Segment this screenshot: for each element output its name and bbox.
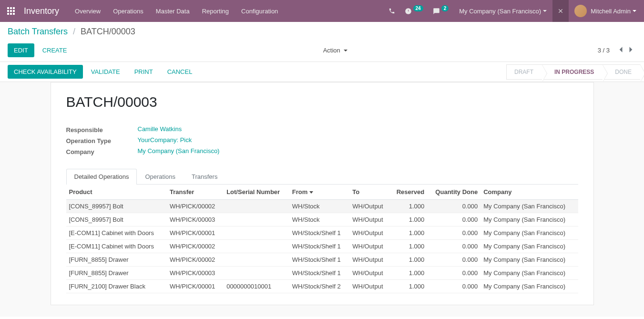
app-brand[interactable]: Inventory <box>22 6 69 16</box>
cell-qty-done: 0.000 <box>427 200 480 213</box>
table-row[interactable]: [E-COM11] Cabinet with Doors WH/PICK/000… <box>66 240 578 253</box>
nav-master-data[interactable]: Master Data <box>150 1 196 21</box>
svg-rect-2 <box>13 7 15 9</box>
status-done[interactable]: DONE <box>603 64 640 80</box>
action-label: Action <box>323 47 340 54</box>
control-panel: Batch Transfers / BATCH/00003 EDIT CREAT… <box>0 22 644 62</box>
cell-reserved: 1.000 <box>390 213 427 226</box>
cell-from: WH/Stock/Shelf 2 <box>289 280 349 293</box>
breadcrumb-current: BATCH/00003 <box>81 27 135 36</box>
tab-transfers[interactable]: Transfers <box>184 169 225 184</box>
pager-text[interactable]: 3 / 3 <box>598 47 610 54</box>
svg-rect-5 <box>13 10 15 12</box>
cell-from: WH/Stock <box>289 200 349 213</box>
cell-reserved: 1.000 <box>390 226 427 240</box>
cell-transfer: WH/PICK/00003 <box>167 267 224 280</box>
tab-operations[interactable]: Operations <box>137 169 184 184</box>
form-container: BATCH/00003 Responsible Camille Watkins … <box>0 82 644 317</box>
th-company[interactable]: Company <box>480 185 578 200</box>
cell-to: WH/Output <box>349 280 390 293</box>
debug-icon[interactable] <box>552 0 569 22</box>
cell-lot: 0000000010001 <box>224 280 289 293</box>
tab-detailed-operations[interactable]: Detailed Operations <box>66 169 137 184</box>
nav-overview[interactable]: Overview <box>69 1 107 21</box>
cell-reserved: 1.000 <box>390 267 427 280</box>
create-button[interactable]: CREATE <box>36 43 73 57</box>
avatar <box>574 5 587 17</box>
th-from[interactable]: From <box>289 185 349 200</box>
responsible-label: Responsible <box>66 125 138 134</box>
breadcrumb-parent[interactable]: Batch Transfers <box>8 27 68 36</box>
cell-product: [E-COM11] Cabinet with Doors <box>66 226 167 240</box>
svg-rect-8 <box>13 13 15 15</box>
print-button[interactable]: PRINT <box>128 65 159 79</box>
svg-rect-4 <box>10 10 12 12</box>
table-row[interactable]: [FURN_8855] Drawer WH/PICK/00002 WH/Stoc… <box>66 253 578 267</box>
activities-icon[interactable]: 24 <box>400 0 428 22</box>
table-row[interactable]: [E-COM11] Cabinet with Doors WH/PICK/000… <box>66 226 578 240</box>
user-name: Mitchell Admin <box>591 8 631 15</box>
cell-company: My Company (San Francisco) <box>480 226 578 240</box>
status-draft[interactable]: DRAFT <box>506 64 542 80</box>
company-switcher[interactable]: My Company (San Francisco) <box>453 0 552 22</box>
cell-from: WH/Stock/Shelf 1 <box>289 226 349 240</box>
cell-to: WH/Output <box>349 213 390 226</box>
responsible-value[interactable]: Camille Watkins <box>138 125 182 133</box>
pager-prev-icon[interactable] <box>615 44 626 56</box>
validate-button[interactable]: VALIDATE <box>85 65 126 79</box>
th-transfer[interactable]: Transfer <box>167 185 224 200</box>
main-navbar: Inventory Overview Operations Master Dat… <box>0 0 644 22</box>
table-row[interactable]: [CONS_89957] Bolt WH/PICK/00003 WH/Stock… <box>66 213 578 226</box>
phone-icon[interactable] <box>384 0 400 22</box>
table-row[interactable]: [FURN_8855] Drawer WH/PICK/00003 WH/Stoc… <box>66 267 578 280</box>
svg-rect-3 <box>7 10 9 12</box>
cell-company: My Company (San Francisco) <box>480 240 578 253</box>
pager-next-icon[interactable] <box>626 44 636 56</box>
company-label: Company <box>66 147 138 155</box>
cell-lot <box>224 253 289 267</box>
nav-right: 24 2 My Company (San Francisco) Mitchell… <box>384 0 640 22</box>
cell-transfer: WH/PICK/00001 <box>167 226 224 240</box>
cell-qty-done: 0.000 <box>427 267 480 280</box>
action-dropdown[interactable]: Action <box>317 44 354 57</box>
cell-reserved: 1.000 <box>390 240 427 253</box>
table-row[interactable]: [CONS_89957] Bolt WH/PICK/00002 WH/Stock… <box>66 200 578 213</box>
activities-badge: 24 <box>413 5 423 11</box>
cancel-button[interactable]: CANCEL <box>161 65 199 79</box>
company-value[interactable]: My Company (San Francisco) <box>138 147 220 154</box>
cell-qty-done: 0.000 <box>427 253 480 267</box>
user-menu[interactable]: Mitchell Admin <box>569 0 640 22</box>
operation-type-value[interactable]: YourCompany: Pick <box>138 136 192 144</box>
th-product[interactable]: Product <box>66 185 167 200</box>
cell-lot <box>224 240 289 253</box>
statusbar: CHECK AVAILABILITY VALIDATE PRINT CANCEL… <box>0 62 644 82</box>
check-availability-button[interactable]: CHECK AVAILABILITY <box>8 65 83 79</box>
cell-product: [FURN_8855] Drawer <box>66 267 167 280</box>
cell-company: My Company (San Francisco) <box>480 200 578 213</box>
table-row[interactable]: [FURN_2100] Drawer Black WH/PICK/00001 0… <box>66 280 578 293</box>
cell-qty-done: 0.000 <box>427 240 480 253</box>
nav-configuration[interactable]: Configuration <box>235 1 284 21</box>
cell-to: WH/Output <box>349 267 390 280</box>
th-qty-done[interactable]: Quantity Done <box>427 185 480 200</box>
nav-reporting[interactable]: Reporting <box>196 1 235 21</box>
status-in-progress[interactable]: IN PROGRESS <box>542 64 603 80</box>
th-reserved[interactable]: Reserved <box>390 185 427 200</box>
cell-transfer: WH/PICK/00003 <box>167 213 224 226</box>
nav-operations[interactable]: Operations <box>107 1 150 21</box>
cell-lot <box>224 267 289 280</box>
cell-from: WH/Stock/Shelf 1 <box>289 253 349 267</box>
edit-button[interactable]: EDIT <box>8 43 34 57</box>
th-to[interactable]: To <box>349 185 390 200</box>
svg-rect-6 <box>7 13 9 15</box>
cell-company: My Company (San Francisco) <box>480 213 578 226</box>
cell-lot <box>224 200 289 213</box>
apps-menu-icon[interactable] <box>0 0 22 22</box>
cell-qty-done: 0.000 <box>427 280 480 293</box>
svg-rect-1 <box>10 7 12 9</box>
chevron-down-icon <box>344 50 348 51</box>
cell-qty-done: 0.000 <box>427 213 480 226</box>
cell-to: WH/Output <box>349 226 390 240</box>
th-lot[interactable]: Lot/Serial Number <box>224 185 289 200</box>
messages-icon[interactable]: 2 <box>428 0 454 22</box>
